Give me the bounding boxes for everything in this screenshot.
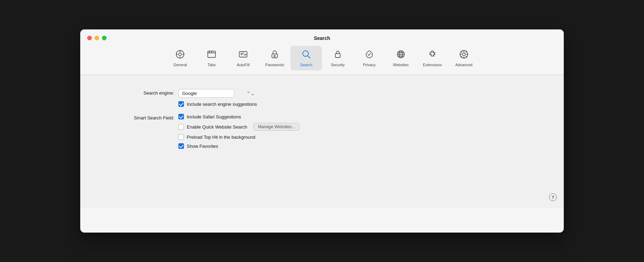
svg-point-1 <box>179 53 181 56</box>
include-suggestions-checkbox[interactable] <box>178 101 184 107</box>
search-engine-select-wrapper: Google Yahoo Bing DuckDuckGo Ecosia ⌃⌄ <box>178 89 257 98</box>
include-safari-checkbox[interactable] <box>178 114 184 119</box>
tab-autofill-label: AutoFill <box>237 63 250 67</box>
general-icon <box>175 49 185 61</box>
search-icon <box>301 49 311 61</box>
search-engine-content: Google Yahoo Bing DuckDuckGo Ecosia ⌃⌄ I… <box>178 89 257 107</box>
tab-websites[interactable]: Websites <box>385 46 417 70</box>
svg-line-26 <box>461 56 462 57</box>
show-favorites-checkbox[interactable] <box>178 143 184 149</box>
preferences-window: Search General Tabs AutoFill Passwo <box>80 29 564 233</box>
svg-line-13 <box>308 56 310 58</box>
smart-search-row: Smart Search Field: Include Safari Sugge… <box>101 114 543 149</box>
include-suggestions-row: Include search engine suggestions <box>178 101 257 107</box>
svg-line-25 <box>466 56 467 57</box>
tab-privacy-label: Privacy <box>363 63 376 67</box>
tab-search-label: Search <box>300 63 313 67</box>
preload-checkbox[interactable] <box>178 134 184 140</box>
help-button[interactable]: ? <box>549 193 557 201</box>
tab-general-label: General <box>173 63 187 67</box>
tab-privacy[interactable]: Privacy <box>354 46 385 70</box>
svg-point-11 <box>274 55 275 57</box>
privacy-icon <box>364 49 374 61</box>
content-area: Search engine: Google Yahoo Bing DuckDuc… <box>80 75 564 208</box>
smart-search-content: Include Safari Suggestions Enable Quick … <box>178 114 300 149</box>
tabs-icon <box>207 49 217 61</box>
security-icon <box>333 49 343 61</box>
tab-passwords-label: Passwords <box>265 63 284 67</box>
preload-row: Preload Top Hit in the background <box>178 134 300 140</box>
manage-websites-button[interactable]: Manage Websites... <box>253 123 300 131</box>
websites-icon <box>396 49 406 61</box>
tab-passwords[interactable]: Passwords <box>259 46 290 70</box>
quick-website-label: Enable Quick Website Search <box>187 124 247 130</box>
svg-point-12 <box>303 51 308 56</box>
svg-point-19 <box>463 53 465 56</box>
svg-line-24 <box>461 51 462 53</box>
tab-websites-label: Websites <box>393 63 409 67</box>
minimize-button[interactable] <box>95 36 99 40</box>
search-engine-select[interactable]: Google Yahoo Bing DuckDuckGo Ecosia <box>178 89 234 98</box>
search-engine-row: Search engine: Google Yahoo Bing DuckDuc… <box>101 89 543 107</box>
tab-autofill[interactable]: AutoFill <box>227 46 259 70</box>
tab-extensions[interactable]: Extensions <box>417 46 448 70</box>
tab-extensions-label: Extensions <box>423 63 442 67</box>
tab-advanced-label: Advanced <box>455 63 473 67</box>
maximize-button[interactable] <box>102 36 107 40</box>
smart-search-label: Smart Search Field: <box>101 114 178 120</box>
include-suggestions-label: Include search engine suggestions <box>187 102 257 107</box>
tab-security[interactable]: Security <box>322 46 354 70</box>
svg-rect-14 <box>335 54 340 57</box>
passwords-icon <box>270 49 280 61</box>
tab-advanced[interactable]: Advanced <box>448 46 480 70</box>
quick-website-row: Enable Quick Website Search Manage Websi… <box>178 123 300 131</box>
svg-rect-10 <box>272 54 278 58</box>
autofill-icon <box>238 49 248 61</box>
tab-search[interactable]: Search <box>290 46 322 70</box>
traffic-lights <box>87 36 107 40</box>
advanced-icon <box>459 49 469 61</box>
svg-line-27 <box>466 51 467 53</box>
include-safari-row: Include Safari Suggestions <box>178 114 300 119</box>
preload-label: Preload Top Hit in the background <box>187 135 255 140</box>
titlebar: Search <box>80 29 564 40</box>
show-favorites-row: Show Favorites <box>178 143 300 149</box>
toolbar: General Tabs AutoFill Passwords Search <box>80 40 564 75</box>
select-arrow-icon: ⌃⌄ <box>246 91 255 96</box>
show-favorites-label: Show Favorites <box>187 144 218 149</box>
quick-website-checkbox[interactable] <box>178 124 184 130</box>
tab-tabs[interactable]: Tabs <box>196 46 227 70</box>
tab-general[interactable]: General <box>164 46 196 70</box>
tab-security-label: Security <box>331 63 345 67</box>
close-button[interactable] <box>87 36 92 40</box>
extensions-icon <box>427 49 437 61</box>
help-button-label: ? <box>551 195 554 200</box>
window-title: Search <box>314 35 330 41</box>
tab-tabs-label: Tabs <box>207 63 215 67</box>
include-safari-label: Include Safari Suggestions <box>187 114 241 119</box>
search-engine-label: Search engine: <box>101 89 178 96</box>
